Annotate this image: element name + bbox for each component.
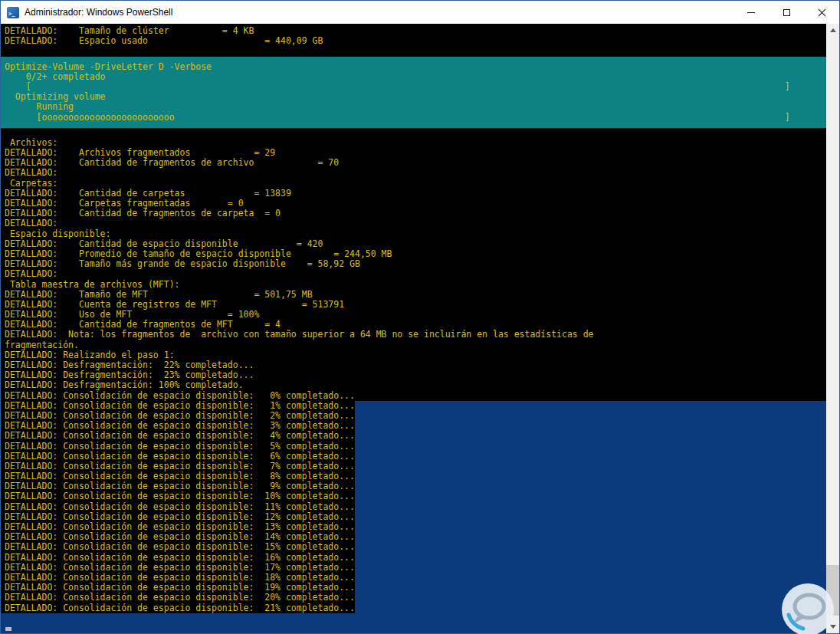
vertical-scrollbar[interactable] bbox=[826, 24, 839, 633]
close-button[interactable] bbox=[804, 1, 839, 24]
console-line bbox=[1, 46, 826, 56]
console-line bbox=[1, 128, 826, 138]
console-line: DETALLADO: Consolidación de espacio disp… bbox=[1, 442, 826, 452]
console-line: DETALLADO: Consolidación de espacio disp… bbox=[1, 502, 826, 512]
console-viewport[interactable]: DETALLADO: Tamaño de clúster = 4 KBDETAL… bbox=[1, 24, 826, 633]
console-line: Carpetas: bbox=[1, 179, 826, 189]
console-line: DETALLADO: Consolidación de espacio disp… bbox=[1, 391, 826, 401]
console-line: DETALLADO: Consolidación de espacio disp… bbox=[1, 553, 826, 563]
console-line: DETALLADO: bbox=[1, 168, 826, 178]
console-line: DETALLADO: bbox=[1, 269, 826, 279]
scrollbar-track[interactable] bbox=[826, 37, 839, 620]
console-line: DETALLADO: Tamaño de MFT = 501,75 MB bbox=[1, 290, 826, 300]
optimize-volume-progress-banner: Optimize-Volume -DriveLetter D -Verbose … bbox=[1, 57, 826, 128]
console-line: [ ] bbox=[1, 82, 826, 92]
console-line: 0/2+ completado bbox=[1, 72, 826, 82]
titlebar[interactable]: >_ Administrador: Windows PowerShell bbox=[1, 1, 839, 24]
verbose-output-stats: Archivos:DETALLADO: Archivos fragmentado… bbox=[1, 128, 826, 401]
console-line: fragmentación. bbox=[1, 340, 826, 350]
minimize-icon bbox=[747, 12, 755, 13]
powershell-window: >_ Administrador: Windows PowerShell DET… bbox=[0, 0, 840, 634]
console-line: DETALLADO: Consolidación de espacio disp… bbox=[1, 401, 826, 411]
maximize-icon bbox=[783, 9, 790, 16]
window-controls bbox=[733, 1, 839, 24]
maximize-button[interactable] bbox=[769, 1, 804, 24]
prompt-line bbox=[1, 623, 826, 633]
console-line: DETALLADO: Desfragmentación: 100% comple… bbox=[1, 380, 826, 390]
console-line: DETALLADO: Consolidación de espacio disp… bbox=[1, 491, 826, 501]
window-title: Administrador: Windows PowerShell bbox=[25, 7, 172, 18]
console-black-region: DETALLADO: Tamaño de clúster = 4 KBDETAL… bbox=[1, 24, 826, 401]
console-line: DETALLADO: Consolidación de espacio disp… bbox=[1, 603, 826, 613]
console-line: Optimize-Volume -DriveLetter D -Verbose bbox=[1, 62, 826, 72]
console-line: DETALLADO: Tamaño más grande de espacio … bbox=[1, 259, 826, 269]
console-line: DETALLADO: Consolidación de espacio disp… bbox=[1, 431, 826, 441]
console-line: DETALLADO: Nota: los fragmentos de archi… bbox=[1, 330, 826, 340]
console-line: DETALLADO: bbox=[1, 218, 826, 228]
console-line: Espacio disponible: bbox=[1, 229, 826, 239]
console-line: DETALLADO: Consolidación de espacio disp… bbox=[1, 593, 826, 603]
minimize-button[interactable] bbox=[733, 1, 769, 24]
verbose-output-top: DETALLADO: Tamaño de clúster = 4 KBDETAL… bbox=[1, 26, 826, 57]
console-line: DETALLADO: Consolidación de espacio disp… bbox=[1, 563, 826, 573]
text-cursor bbox=[5, 627, 11, 631]
console-line: DETALLADO: Cantidad de fragmentos de arc… bbox=[1, 158, 826, 168]
console-line: DETALLADO: Cantidad de fragmentos de car… bbox=[1, 209, 826, 218]
scroll-up-button[interactable] bbox=[826, 24, 839, 37]
watermark-logo bbox=[779, 581, 836, 634]
speech-bubble-icon bbox=[779, 581, 836, 634]
close-icon bbox=[818, 8, 826, 17]
console-line: Tabla maestra de archivos (MFT): bbox=[1, 280, 826, 290]
powershell-icon: >_ bbox=[7, 7, 19, 18]
console-line: Running bbox=[1, 102, 826, 112]
console-line: Optimizing volume bbox=[1, 92, 826, 102]
console-line: DETALLADO: Espacio usado = 440,09 GB bbox=[1, 36, 826, 46]
console-line: [ooooooooooooooooooooooooo ] bbox=[1, 113, 826, 123]
console-line: DETALLADO: Consolidación de espacio disp… bbox=[1, 542, 826, 552]
console-line: DETALLADO: Cantidad de espacio disponibl… bbox=[1, 239, 826, 249]
scroll-up-icon bbox=[830, 28, 836, 32]
console-line: DETALLADO: Consolidación de espacio disp… bbox=[1, 452, 826, 462]
verbose-output-consolidation: DETALLADO: Consolidación de espacio disp… bbox=[1, 401, 826, 613]
titlebar-left: >_ Administrador: Windows PowerShell bbox=[1, 1, 172, 24]
